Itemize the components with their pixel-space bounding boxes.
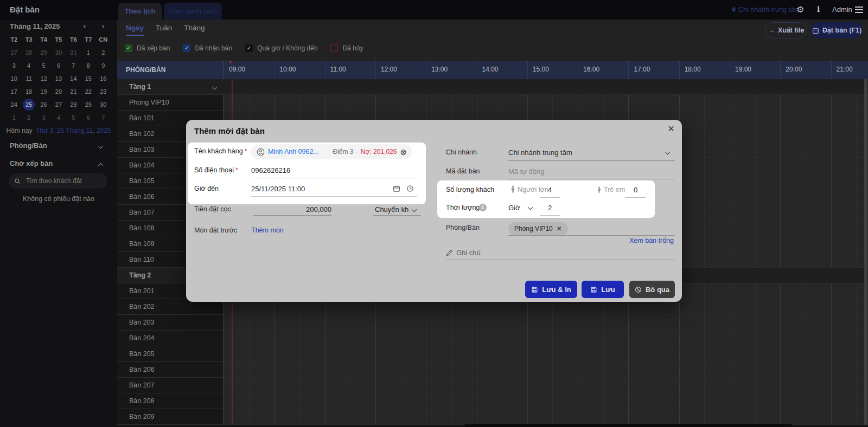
book-table-button[interactable]: Đặt bàn (F1) xyxy=(811,22,863,38)
search-input[interactable] xyxy=(25,177,101,185)
today-line[interactable]: Hôm nay Thứ 3, 25 Tháng 11, 2025 xyxy=(0,127,117,134)
calendar-day[interactable]: 11 xyxy=(21,73,36,85)
calendar-day[interactable]: 15 xyxy=(81,73,95,85)
room-row[interactable]: Bàn 208 xyxy=(117,393,868,409)
save-print-button[interactable]: Lưu & In xyxy=(525,281,577,298)
calendar-day[interactable]: 17 xyxy=(7,86,21,98)
sidebar-section-rooms[interactable]: Phòng/Bàn xyxy=(10,141,47,150)
skip-button[interactable]: Bỏ qua xyxy=(629,281,675,298)
calendar-day[interactable]: 2 xyxy=(21,112,36,124)
calendar-day[interactable]: 4 xyxy=(21,60,36,72)
room-row[interactable]: Bàn 206 xyxy=(117,362,868,378)
calendar-day[interactable]: 1 xyxy=(7,112,21,124)
tab-by-calendar[interactable]: Theo lịch xyxy=(118,3,162,20)
calendar-day[interactable]: 16 xyxy=(96,73,111,85)
branch-select[interactable]: Chi nhánh trung tâm xyxy=(508,148,572,157)
checkbox-checked-icon[interactable]: ✓ xyxy=(183,44,190,52)
vertical-scrollbar[interactable] xyxy=(864,79,867,425)
deposit-method-select[interactable]: Chuyển kh... xyxy=(375,205,409,214)
calendar-day[interactable]: 29 xyxy=(36,47,51,59)
calendar-day[interactable]: 8 xyxy=(81,60,95,72)
deposit-input[interactable]: 200,000 xyxy=(253,205,331,214)
table-chip[interactable]: Phòng VIP10 ✕ xyxy=(508,222,568,235)
checkbox-checked-icon[interactable]: ✓ xyxy=(245,44,253,52)
calendar-day[interactable]: 31 xyxy=(66,47,81,59)
booking-code-input[interactable]: Mã tự động xyxy=(508,167,545,176)
calendar-day[interactable]: 28 xyxy=(66,99,81,111)
room-row[interactable]: Phòng VIP10 xyxy=(117,95,868,111)
checkbox-checked-icon[interactable]: ✓ xyxy=(125,44,132,52)
save-button[interactable]: Lưu xyxy=(582,281,624,298)
duration-input[interactable]: 2 xyxy=(540,204,560,212)
calendar-icon[interactable] xyxy=(393,185,400,192)
room-row[interactable]: Bàn 204 xyxy=(117,331,868,346)
calendar-day[interactable]: 3 xyxy=(36,112,51,124)
calendar-day-selected[interactable]: 25 xyxy=(23,99,35,111)
calendar-day[interactable]: 30 xyxy=(96,99,111,111)
calendar-day[interactable]: 28 xyxy=(21,47,36,59)
calendar-day[interactable]: 3 xyxy=(7,60,21,72)
calendar-day[interactable]: 20 xyxy=(51,86,66,98)
remove-chip-icon[interactable]: ✕ xyxy=(557,225,562,232)
duration-unit-select[interactable]: Giờ xyxy=(508,204,520,212)
room-row[interactable]: Bàn 203 xyxy=(117,315,868,331)
room-row[interactable]: Bàn 209 xyxy=(117,409,868,425)
floor-row[interactable]: Tầng 1 xyxy=(117,79,868,95)
close-icon[interactable]: × xyxy=(668,122,674,135)
calendar-day[interactable]: 22 xyxy=(81,86,95,98)
calendar-day[interactable]: 5 xyxy=(66,112,81,124)
calendar-day[interactable]: 6 xyxy=(81,112,95,124)
calendar-day[interactable]: 7 xyxy=(66,60,81,72)
calendar-day[interactable]: 27 xyxy=(51,99,66,111)
room-row[interactable]: Bàn 207 xyxy=(117,378,868,393)
customer-pill[interactable]: Minh Anh 0962... Điểm 3 · Nợ: 201,026 ⊗ xyxy=(251,144,412,159)
calendar-day[interactable]: 13 xyxy=(51,73,66,85)
customer-name-link[interactable]: Minh Anh 0962... xyxy=(268,148,319,156)
user-menu-label[interactable]: Admin xyxy=(832,5,852,14)
children-input[interactable]: 0 xyxy=(626,186,646,194)
view-tab[interactable]: Tuần xyxy=(156,24,172,36)
calendar-day[interactable]: 19 xyxy=(36,86,51,98)
export-file-button[interactable]: → Xuất file xyxy=(765,22,807,38)
calendar-day[interactable]: 1 xyxy=(81,47,95,59)
calendar-day[interactable]: 23 xyxy=(96,86,111,98)
info-icon[interactable]: i xyxy=(817,5,820,14)
clock-icon[interactable] xyxy=(406,185,414,192)
calendar-day[interactable]: 12 xyxy=(36,73,51,85)
status-filter[interactable]: Đã hủy xyxy=(330,44,363,52)
calendar-day[interactable]: 26 xyxy=(36,99,51,111)
calendar-day[interactable]: 2 xyxy=(96,47,111,59)
gear-icon[interactable]: ⚙ xyxy=(796,4,804,15)
calendar-day[interactable]: 10 xyxy=(7,73,21,85)
horizontal-scrollbar[interactable] xyxy=(464,424,792,427)
calendar-prev-button[interactable]: ‹ xyxy=(80,21,90,30)
view-empty-tables-link[interactable]: Xem bàn trống xyxy=(629,237,674,244)
calendar-day[interactable]: 29 xyxy=(81,99,95,111)
calendar-day[interactable]: 14 xyxy=(66,73,81,85)
calendar-day[interactable]: 24 xyxy=(7,99,21,111)
calendar-day[interactable]: 4 xyxy=(51,112,66,124)
clear-customer-icon[interactable]: ⊗ xyxy=(400,148,407,156)
calendar-day[interactable]: 27 xyxy=(7,47,21,59)
tab-by-list[interactable]: Theo danh sách xyxy=(164,3,222,20)
calendar-day[interactable]: 6 xyxy=(51,60,66,72)
adults-input[interactable]: 4 xyxy=(540,186,560,194)
current-branch-label[interactable]: Chi nhánh trung tâm xyxy=(738,6,800,14)
calendar-day[interactable]: 5 xyxy=(36,60,51,72)
view-tab[interactable]: Tháng xyxy=(184,24,205,36)
sidebar-section-waiting[interactable]: Chờ xếp bàn xyxy=(10,159,53,167)
calendar-next-button[interactable]: › xyxy=(98,21,108,30)
room-row[interactable]: Bàn 205 xyxy=(117,346,868,362)
view-tab[interactable]: Ngày xyxy=(126,24,144,36)
calendar-day[interactable]: 9 xyxy=(96,60,111,72)
checkbox-unchecked-icon[interactable] xyxy=(330,44,338,52)
add-dish-link[interactable]: Thêm món xyxy=(251,227,284,234)
arrival-input[interactable]: 25/11/2025 11:00 xyxy=(251,185,305,193)
calendar-day[interactable]: 18 xyxy=(21,86,36,98)
calendar-day[interactable]: 30 xyxy=(51,47,66,59)
calendar-day[interactable]: 21 xyxy=(66,86,81,98)
status-filter[interactable]: ✓Quá giờ / Không đến xyxy=(245,44,317,52)
menu-icon[interactable] xyxy=(855,7,863,15)
note-input[interactable]: Ghi chú xyxy=(456,249,481,257)
status-filter[interactable]: ✓Đã nhận bàn xyxy=(183,44,232,52)
